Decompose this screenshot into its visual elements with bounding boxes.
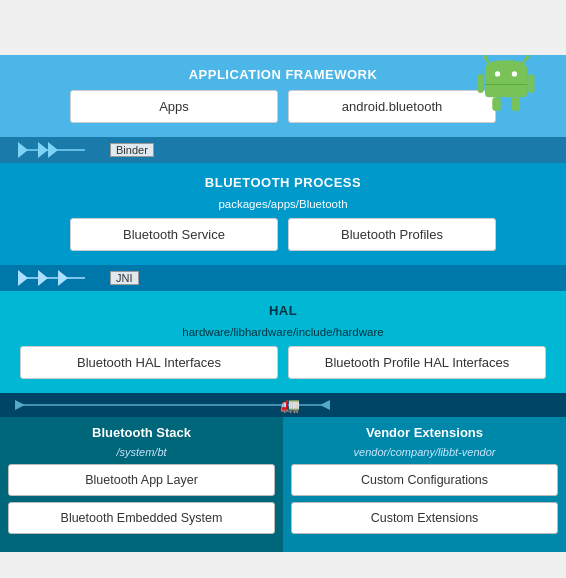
diagram-container: APPLICATION FRAMEWORK Apps android.bluet… — [0, 55, 566, 552]
binder-strip: Binder — [0, 137, 566, 163]
hal-boxes: Bluetooth HAL Interfaces Bluetooth Profi… — [10, 346, 556, 379]
bluetooth-app-layer-box: Bluetooth App Layer — [8, 464, 275, 496]
bluetooth-process-boxes: Bluetooth Service Bluetooth Profiles — [10, 218, 556, 251]
svg-marker-20 — [15, 400, 25, 410]
bluetooth-stack-section: Bluetooth Stack /system/bt Bluetooth App… — [0, 417, 283, 552]
vendor-extensions-title: Vendor Extensions — [291, 425, 558, 446]
bluetooth-process-subtitle: packages/apps/Bluetooth — [10, 198, 556, 210]
svg-point-3 — [525, 55, 529, 59]
custom-extensions-box: Custom Extensions — [291, 502, 558, 534]
bluetooth-process-title: BLUETOOTH PROCESS — [10, 171, 556, 198]
bluetooth-profiles-box: Bluetooth Profiles — [288, 218, 496, 251]
svg-point-4 — [495, 71, 500, 76]
hal-title: HAL — [10, 299, 556, 326]
android-logo — [471, 55, 546, 113]
bluetooth-stack-subtitle: /system/bt — [8, 446, 275, 458]
svg-point-2 — [483, 55, 487, 59]
android-bluetooth-box: android.bluetooth — [288, 90, 496, 123]
binder-arrows — [10, 137, 110, 163]
truck-icon: 🚛 — [280, 395, 300, 414]
hal-section: HAL hardware/libhardware/include/hardwar… — [0, 291, 566, 393]
jni-arrows — [10, 265, 110, 291]
jni-label: JNI — [110, 271, 139, 285]
hal-subtitle: hardware/libhardware/include/hardware — [10, 326, 556, 338]
binder-label: Binder — [110, 143, 154, 157]
svg-rect-6 — [478, 74, 484, 93]
svg-rect-8 — [492, 97, 500, 111]
bluetooth-stack-title: Bluetooth Stack — [8, 425, 275, 446]
bottom-arrow-strip: 🚛 — [0, 393, 566, 417]
bluetooth-process-section: BLUETOOTH PROCESS packages/apps/Bluetoot… — [0, 163, 566, 265]
vendor-extensions-section: Vendor Extensions vendor/company/libbt-v… — [283, 417, 566, 552]
apps-box: Apps — [70, 90, 278, 123]
vendor-extensions-subtitle: vendor/company/libbt-vendor — [291, 446, 558, 458]
bluetooth-profile-hal-interfaces-box: Bluetooth Profile HAL Interfaces — [288, 346, 546, 379]
svg-marker-21 — [320, 400, 330, 410]
bluetooth-embedded-system-box: Bluetooth Embedded System — [8, 502, 275, 534]
bottom-section: Bluetooth Stack /system/bt Bluetooth App… — [0, 417, 566, 552]
svg-rect-9 — [511, 97, 519, 111]
svg-rect-7 — [528, 74, 534, 93]
custom-configurations-box: Custom Configurations — [291, 464, 558, 496]
svg-point-5 — [512, 71, 517, 76]
jni-strip: JNI — [0, 265, 566, 291]
bluetooth-service-box: Bluetooth Service — [70, 218, 278, 251]
bluetooth-hal-interfaces-box: Bluetooth HAL Interfaces — [20, 346, 278, 379]
